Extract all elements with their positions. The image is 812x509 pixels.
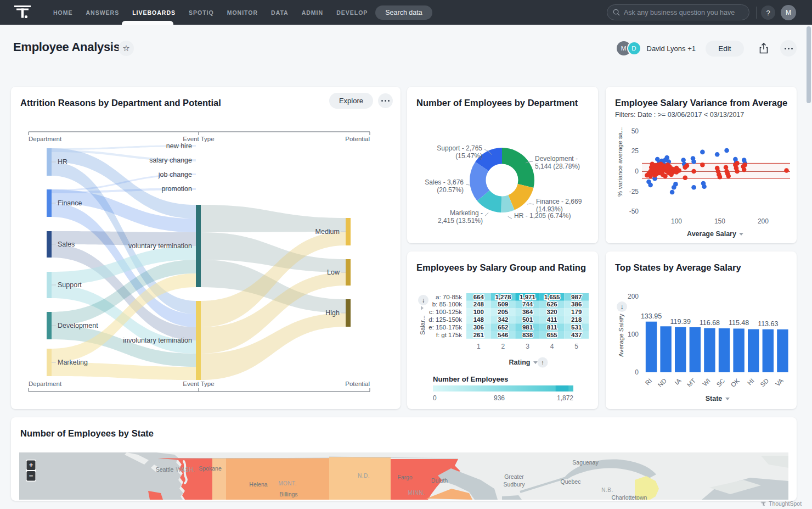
share-icon[interactable] [758, 42, 769, 54]
svg-text:342: 342 [498, 316, 508, 323]
thoughtspot-logo-small [760, 501, 766, 507]
svg-text:626: 626 [547, 301, 557, 307]
card-employees-by-state: Number of Employees by State SeattleWASH… [11, 417, 797, 501]
svg-text:Helena: Helena [249, 481, 267, 488]
svg-text:150: 150 [714, 217, 725, 225]
sankey-chart[interactable]: HRFinanceSalesSupportDevelopmentMarketin… [11, 87, 401, 409]
card-attrition-sankey: Attrition Reasons by Department and Pote… [11, 87, 401, 409]
svg-text:HI: HI [746, 377, 755, 387]
svg-text:320: 320 [547, 309, 557, 315]
chart-title: Number of Employees by State [20, 428, 154, 439]
svg-text:1,655: 1,655 [544, 294, 560, 300]
svg-text:IA: IA [673, 377, 682, 386]
avatar-d[interactable]: D [627, 41, 641, 55]
svg-text:(15.47%): (15.47%) [455, 152, 482, 160]
svg-text:261: 261 [473, 332, 484, 338]
svg-text:50: 50 [631, 127, 639, 135]
sort-desc-icon[interactable]: ↓ [418, 295, 428, 305]
svg-text:531: 531 [571, 324, 582, 331]
svg-text:Spokane: Spokane [199, 465, 222, 472]
svg-text:1: 1 [477, 343, 481, 350]
svg-text:Saguenay: Saguenay [572, 459, 599, 466]
svg-text:3: 3 [526, 343, 529, 350]
svg-text:0: 0 [635, 167, 639, 175]
scatter-chart[interactable]: 50250-25-50100150200Average Salary% vari… [606, 87, 797, 243]
help-button[interactable]: ? [761, 5, 775, 20]
more-options-button[interactable] [780, 40, 797, 57]
nav-item-monitor[interactable]: MONITOR [227, 9, 258, 16]
nav-item-answers[interactable]: ANSWERS [86, 9, 120, 16]
nav-item-spotiq[interactable]: SPOTIQ [189, 9, 214, 16]
svg-text:Sudbury: Sudbury [503, 481, 525, 488]
svg-text:0: 0 [635, 368, 639, 376]
svg-text:Greater: Greater [504, 473, 524, 480]
chart-title: Number of Employees by Department [416, 98, 578, 108]
search-data-button[interactable]: Search data [375, 5, 432, 20]
card-salary-variance: Employee Salary Variance from Average Fi… [606, 87, 797, 243]
svg-text:2: 2 [501, 343, 505, 350]
svg-text:Potential: Potential [345, 136, 370, 142]
svg-text:652: 652 [498, 324, 508, 331]
nav-item-data[interactable]: DATA [271, 9, 289, 16]
thoughtspot-watermark: ThoughtSpot [760, 500, 802, 507]
owner-label: David Lyons +1 [647, 44, 696, 53]
svg-text:MT: MT [686, 377, 697, 388]
expand-axis-icon[interactable] [421, 306, 424, 310]
svg-text:Fargo: Fargo [397, 474, 413, 480]
svg-text:b: 85-100k: b: 85-100k [432, 301, 463, 307]
bar-chart[interactable]: 2001000133.95119.39116.68115.48113.63RIN… [606, 251, 797, 409]
watermark-text: ThoughtSpot [769, 500, 802, 507]
svg-text:HR - 1,205 (6.74%): HR - 1,205 (6.74%) [514, 212, 571, 220]
svg-text:115.48: 115.48 [729, 319, 749, 327]
svg-text:1,872: 1,872 [557, 394, 573, 402]
svg-text:-25: -25 [629, 188, 639, 195]
svg-text:411: 411 [547, 316, 557, 323]
svg-text:Marketing: Marketing [58, 359, 88, 366]
svg-text:100: 100 [473, 309, 484, 315]
svg-text:c: 100-125k: c: 100-125k [429, 309, 462, 315]
explore-button[interactable]: Explore [329, 93, 373, 109]
svg-text:4: 4 [550, 343, 554, 350]
svg-text:546: 546 [498, 332, 508, 338]
heatmap-chart[interactable]: 6641,2781,9711,6559872485097446263861002… [407, 251, 598, 409]
edit-button[interactable]: Edit [706, 41, 744, 57]
sort-desc-icon[interactable]: ↓ [617, 301, 627, 312]
svg-text:voluntary termination: voluntary termination [128, 242, 192, 250]
scrollbar-thumb[interactable] [807, 26, 811, 103]
svg-text:200: 200 [628, 293, 639, 300]
y-axis-label: Average Salary [618, 314, 624, 357]
donut-chart[interactable]: Support - 2,765(15.47%)Development -5,14… [407, 87, 598, 243]
svg-text:981: 981 [522, 324, 533, 331]
svg-text:State: State [706, 395, 723, 402]
nav-item-admin[interactable]: ADMIN [302, 9, 323, 16]
favorite-star-button[interactable]: ☆ [119, 41, 134, 56]
svg-text:148: 148 [473, 316, 484, 323]
svg-text:+: + [29, 461, 33, 469]
card-top-states: Top States by Average Salary 2001000133.… [606, 251, 797, 409]
svg-text:HR: HR [58, 158, 67, 166]
svg-text:new hire: new hire [166, 142, 192, 150]
ask-question-input[interactable]: Ask any business question you have [607, 4, 749, 20]
svg-text:Charlottetown: Charlottetown [612, 494, 647, 500]
svg-text:113.63: 113.63 [758, 320, 778, 328]
svg-text:838: 838 [522, 332, 533, 338]
thoughtspot-logo[interactable] [13, 3, 33, 21]
nav-item-home[interactable]: HOME [53, 9, 73, 16]
svg-text:119.39: 119.39 [670, 318, 691, 326]
choropleth-map[interactable]: SeattleWASH.SpokaneHelenaMONT.BillingsN.… [19, 452, 788, 500]
card-menu-button[interactable] [378, 93, 393, 108]
svg-text:MONT.: MONT. [278, 480, 297, 486]
user-avatar[interactable]: M [781, 5, 796, 20]
svg-text:Potential: Potential [345, 381, 370, 387]
svg-text:ND: ND [657, 377, 668, 388]
svg-text:MINN.: MINN. [408, 490, 425, 496]
svg-text:Support - 2,765: Support - 2,765 [437, 144, 482, 152]
svg-text:100: 100 [671, 217, 682, 225]
svg-text:205: 205 [498, 309, 509, 315]
nav-item-develop[interactable]: DEVELOP [336, 9, 368, 16]
svg-text:Marketing -: Marketing - [450, 209, 483, 217]
svg-text:Support: Support [58, 281, 82, 289]
nav-item-liveboards[interactable]: LIVEBOARDS [132, 9, 176, 16]
svg-text:25: 25 [631, 147, 639, 155]
svg-text:Development -: Development - [535, 155, 578, 163]
